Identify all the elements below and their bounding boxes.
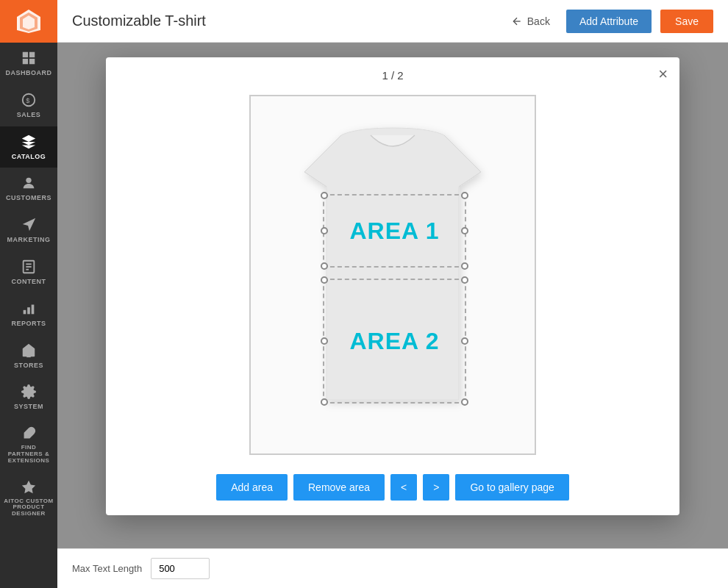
modal-pagination: 1 / 2 [106,57,679,87]
sidebar-item-sales[interactable]: $ SALES [0,85,57,126]
max-text-length-label: Max Text Length [72,563,142,574]
sidebar-item-customers[interactable]: CUSTOMERS [0,168,57,209]
svg-rect-4 [29,52,35,57]
sidebar-item-aitoc[interactable]: AITOC CUSTOM PRODUCT DESIGNER [0,472,57,525]
add-area-button[interactable]: Add area [216,474,288,501]
handle-area2-mr[interactable] [461,337,468,345]
modal-image-area: AREA 1 AREA 2 [106,87,679,462]
handle-area1-bl[interactable] [321,262,328,270]
sidebar-item-find-partners[interactable]: FIND PARTNERS & EXTENSIONS [0,418,57,471]
go-to-gallery-button[interactable]: Go to gallery page [455,474,568,501]
sidebar-item-content[interactable]: CONTENT [0,251,57,293]
svg-text:$: $ [26,96,29,104]
handle-area1-ml[interactable] [321,227,328,234]
area2-label: AREA 2 [349,328,439,355]
handle-area1-br[interactable] [461,262,468,270]
topbar: Customizable T-shirt Back Add Attribute … [57,0,728,43]
handle-area2-br[interactable] [461,398,468,406]
area1-box[interactable]: AREA 1 [323,194,466,268]
next-button[interactable]: > [423,474,449,501]
content-area: × 1 / 2 [57,43,728,548]
sidebar: DASHBOARD $ SALES CATALOG CUSTOMERS MARK… [0,0,57,588]
add-attribute-button[interactable]: Add Attribute [566,10,652,33]
svg-rect-14 [24,310,26,315]
tshirt-wrapper: AREA 1 AREA 2 [268,113,518,437]
handle-area1-tl[interactable] [321,192,328,199]
svg-rect-16 [32,304,35,314]
image-container: AREA 1 AREA 2 [249,95,536,455]
sidebar-item-marketing[interactable]: MARKETING [0,209,57,251]
page-title: Customizable T-shirt [72,12,495,29]
handle-area2-tl[interactable] [321,276,328,284]
sidebar-item-dashboard[interactable]: DASHBOARD [0,43,57,85]
modal-footer: Add area Remove area < > Go to gallery p… [106,462,679,515]
sidebar-item-stores[interactable]: STORES [0,335,57,377]
prev-button[interactable]: < [390,474,417,501]
sidebar-item-reports[interactable]: REPORTS [0,293,57,335]
handle-area1-tr[interactable] [461,192,468,199]
handle-area2-tr[interactable] [461,276,468,284]
modal-dialog: × 1 / 2 [106,57,679,515]
handle-area2-bl[interactable] [321,398,328,406]
svg-rect-5 [23,59,28,64]
svg-marker-20 [22,480,35,492]
sidebar-item-catalog[interactable]: CATALOG [0,126,57,168]
bottom-form: Max Text Length [57,548,728,588]
handle-area1-mr[interactable] [461,227,468,234]
main-content: Customizable T-shirt Back Add Attribute … [57,0,728,588]
sidebar-item-system[interactable]: SYSTEM [0,376,57,418]
svg-rect-15 [27,307,30,314]
svg-point-9 [26,178,31,183]
max-text-length-input[interactable] [151,558,210,579]
remove-area-button[interactable]: Remove area [293,474,385,501]
svg-rect-6 [29,59,35,64]
modal-overlay: × 1 / 2 [57,43,728,548]
back-button[interactable]: Back [504,11,557,32]
sidebar-logo [0,0,57,43]
area1-label: AREA 1 [349,218,439,245]
save-button[interactable]: Save [660,10,713,33]
handle-area2-ml[interactable] [321,337,328,345]
area2-box[interactable]: AREA 2 [323,279,466,404]
svg-rect-3 [23,52,28,57]
modal-close-button[interactable]: × [658,66,668,82]
